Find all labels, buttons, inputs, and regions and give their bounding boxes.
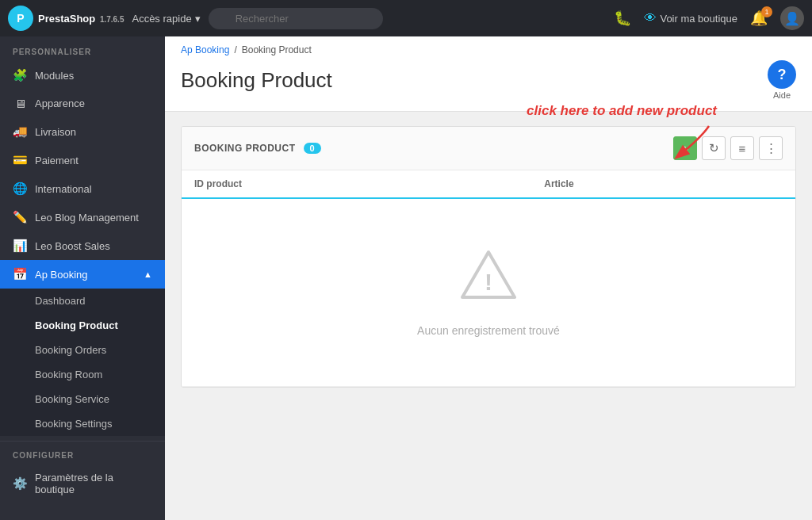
svg-text:!: ! (485, 269, 492, 295)
sidebar-item-label: Paiement (35, 155, 79, 166)
sidebar-item-label: International (35, 183, 92, 195)
livraison-icon: 🚚 (13, 124, 27, 139)
main-content-wrapper: click here to add new product Ap Booking (165, 36, 812, 520)
sidebar: PERSONNALISER 🧩 Modules 🖥 Apparence 🚚 Li… (0, 36, 165, 520)
search-input[interactable] (209, 8, 383, 29)
eye-icon: 👁 (644, 11, 657, 25)
breadcrumb-parent[interactable]: Ap Booking (181, 44, 229, 55)
table-header-row: ID product Article (182, 170, 795, 198)
sidebar-item-paiement[interactable]: 💳 Paiement (0, 146, 165, 174)
submenu-item-booking-settings[interactable]: Booking Settings (0, 411, 165, 436)
notification-button[interactable]: 🔔 1 (750, 10, 768, 27)
logo-version: 1.7.6.5 (100, 15, 124, 24)
aide-circle: ? (768, 60, 796, 89)
ap-booking-label: Ap Booking (35, 269, 88, 281)
submenu-label: Booking Room (35, 369, 102, 380)
table-area: ID product Article (182, 170, 795, 387)
sidebar-item-label: Paramètres de la boutique (35, 472, 152, 495)
ap-booking-group-header[interactable]: 📅 Ap Booking ▲ (0, 260, 165, 289)
refresh-button[interactable]: ↻ (702, 136, 726, 160)
empty-state: ! Aucun enregistrement trouvé (194, 208, 783, 377)
aide-label: Aide (773, 90, 791, 100)
col-id-product: ID product (182, 170, 531, 198)
ap-booking-submenu: Dashboard Booking Product Booking Orders… (0, 289, 165, 436)
card-header-actions: + ↻ ≡ ⋮ (673, 136, 783, 160)
sidebar-item-label: Livraison (35, 126, 76, 138)
warning-icon: ! (461, 248, 516, 312)
submenu-item-booking-room[interactable]: Booking Room (0, 362, 165, 387)
submenu-label: Booking Orders (35, 344, 106, 356)
sidebar-item-label: Apparence (35, 98, 85, 109)
configurer-section-title: CONFIGURER (0, 446, 165, 465)
page-title: Booking Product (181, 68, 332, 93)
layout: PERSONNALISER 🧩 Modules 🖥 Apparence 🚚 Li… (0, 36, 812, 520)
sidebar-item-livraison[interactable]: 🚚 Livraison (0, 117, 165, 146)
quick-access-button[interactable]: Accès rapide ▾ (132, 13, 200, 25)
sidebar-item-apparence[interactable]: 🖥 Apparence (0, 90, 165, 117)
main-content: Ap Booking / Booking Product Booking Pro… (165, 36, 812, 520)
submenu-label: Booking Product (35, 319, 118, 331)
sidebar-item-parametres[interactable]: ⚙️ Paramètres de la boutique (0, 465, 165, 503)
chevron-down-icon: ▾ (195, 13, 201, 25)
more-options-button[interactable]: ⋮ (759, 136, 783, 160)
apparence-icon: 🖥 (13, 97, 27, 110)
sidebar-item-label: Leo Blog Management (35, 212, 139, 224)
sidebar-item-leo-blog[interactable]: ✏️ Leo Blog Management (0, 203, 165, 231)
booking-product-card: BOOKING PRODUCT 0 + ↻ ≡ ⋮ (181, 126, 796, 388)
breadcrumb-separator: / (234, 44, 236, 55)
search-wrapper: 🔍 (209, 8, 383, 29)
page-title-row: Booking Product ? Aide (181, 60, 796, 100)
sidebar-item-leo-boost[interactable]: 📊 Leo Boost Sales (0, 231, 165, 260)
chevron-up-icon: ▲ (144, 270, 152, 279)
submenu-item-booking-service[interactable]: Booking Service (0, 387, 165, 411)
filter-button[interactable]: ≡ (730, 136, 754, 160)
empty-state-cell: ! Aucun enregistrement trouvé (182, 198, 795, 387)
breadcrumb: Ap Booking / Booking Product (181, 44, 796, 55)
card-header-left: BOOKING PRODUCT 0 (194, 143, 321, 154)
empty-text: Aucun enregistrement trouvé (417, 324, 560, 337)
sidebar-item-label: Modules (35, 70, 74, 82)
voir-boutique-button[interactable]: 👁 Voir ma boutique (644, 11, 737, 25)
empty-state-row: ! Aucun enregistrement trouvé (182, 198, 795, 387)
sidebar-item-modules[interactable]: 🧩 Modules (0, 61, 165, 90)
logo-text: PrestaShop 1.7.6.5 (38, 13, 124, 25)
booking-product-table: ID product Article (182, 170, 795, 387)
sidebar-item-international[interactable]: 🌐 International (0, 174, 165, 203)
modules-icon: 🧩 (13, 68, 27, 82)
table-head: ID product Article (182, 170, 795, 198)
sidebar-item-label: Leo Boost Sales (35, 240, 110, 252)
notification-badge: 1 (761, 6, 772, 17)
count-badge: 0 (304, 143, 321, 154)
content-area: BOOKING PRODUCT 0 + ↻ ≡ ⋮ (165, 112, 812, 520)
paiement-icon: 💳 (13, 153, 27, 167)
logo-icon: P (8, 6, 33, 31)
submenu-item-dashboard[interactable]: Dashboard (0, 289, 165, 313)
add-product-button[interactable]: + (673, 136, 697, 160)
submenu-label: Booking Settings (35, 418, 113, 430)
card-header: BOOKING PRODUCT 0 + ↻ ≡ ⋮ (182, 127, 795, 170)
submenu-item-booking-orders[interactable]: Booking Orders (0, 338, 165, 362)
sidebar-divider (0, 441, 165, 442)
submenu-label: Dashboard (35, 295, 86, 307)
bug-icon-button[interactable]: 🐛 (614, 10, 631, 27)
top-navigation: P PrestaShop 1.7.6.5 Accès rapide ▾ 🔍 🐛 … (0, 0, 812, 36)
leo-blog-icon: ✏️ (13, 210, 27, 224)
aide-button[interactable]: ? Aide (768, 60, 796, 100)
parametres-icon: ⚙️ (13, 476, 27, 491)
quick-access-label: Accès rapide (132, 13, 191, 25)
leo-boost-icon: 📊 (13, 239, 27, 253)
col-article: Article (531, 170, 795, 198)
user-avatar[interactable]: 👤 (780, 6, 804, 30)
logo: P PrestaShop 1.7.6.5 (8, 6, 124, 31)
ap-booking-icon: 📅 (13, 267, 27, 281)
breadcrumb-current: Booking Product (242, 44, 312, 55)
topnav-right: 🐛 👁 Voir ma boutique 🔔 1 👤 (614, 6, 804, 30)
card-title: BOOKING PRODUCT (194, 143, 296, 154)
logo-name: PrestaShop (38, 13, 95, 25)
personnaliser-section-title: PERSONNALISER (0, 36, 165, 61)
submenu-item-booking-product[interactable]: Booking Product (0, 313, 165, 338)
voir-boutique-label: Voir ma boutique (660, 13, 737, 25)
international-icon: 🌐 (13, 182, 27, 196)
main-header: Ap Booking / Booking Product Booking Pro… (165, 36, 812, 112)
table-body: ! Aucun enregistrement trouvé (182, 198, 795, 387)
